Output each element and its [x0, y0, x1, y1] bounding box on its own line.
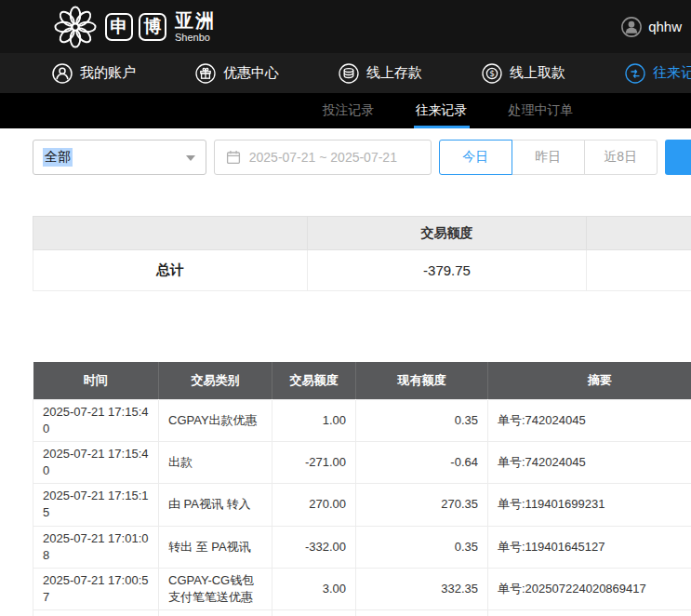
- user-icon: [52, 63, 73, 84]
- flower-logo-icon: [54, 6, 97, 48]
- table-cell: 2025-07-21 17:00:57: [33, 610, 159, 616]
- table-cell: 332.35: [356, 569, 488, 610]
- summary-total-label: 总计: [33, 250, 308, 291]
- brand-subtitle: Shenbo: [175, 33, 216, 43]
- table-cell: -0.64: [356, 441, 488, 483]
- brand-char-2: 博: [139, 13, 166, 41]
- table-cell: 0.35: [356, 399, 488, 441]
- table-cell: 300.00: [272, 610, 356, 616]
- date-range-input[interactable]: 2025-07-21 ~ 2025-07-21: [214, 140, 432, 175]
- table-cell: CGPAY支付: [159, 610, 272, 616]
- type-select-value: 全部: [43, 148, 73, 167]
- column-header-balance: 现有额度: [356, 362, 488, 399]
- table-cell: 单号:202507224020869417: [488, 569, 691, 610]
- table-cell: 0.35: [356, 526, 488, 568]
- user-avatar-icon: [621, 17, 642, 37]
- table-row: 2025-07-21 17:15:40出款-271.00-0.64单号:7420…: [33, 441, 691, 483]
- filter-row: 全部 2025-07-21 ~ 2025-07-21 今日 昨日 近8日: [33, 140, 691, 175]
- table-cell: -332.00: [272, 526, 356, 568]
- nav-item-transaction-records[interactable]: 往来记录: [625, 63, 691, 84]
- table-cell: 270.00: [272, 484, 356, 526]
- deposit-icon: [339, 63, 359, 84]
- table-cell: -271.00: [272, 441, 356, 483]
- username: qhhw: [648, 19, 682, 34]
- table-cell: CGPAY-CG钱包支付笔笔送优惠: [159, 569, 272, 610]
- today-button[interactable]: 今日: [439, 140, 512, 175]
- column-header-amount: 交易额度: [272, 362, 356, 399]
- table-cell: 270.35: [356, 484, 488, 526]
- type-select[interactable]: 全部: [33, 140, 206, 175]
- table-cell: 单号:202507224020869417: [488, 610, 691, 616]
- calendar-icon: [226, 150, 241, 165]
- table-cell: 2025-07-21 17:15:40: [33, 441, 159, 483]
- table-cell: 单号:119401699231: [488, 484, 691, 526]
- records-table: 时间 交易类别 交易额度 现有额度 摘要 2025-07-21 17:15:40…: [33, 362, 691, 616]
- nav-item-promotions[interactable]: 优惠中心: [195, 63, 279, 84]
- table-row: 2025-07-21 17:00:57CGPAY-CG钱包支付笔笔送优惠3.00…: [33, 569, 691, 610]
- table-cell: 329.35: [356, 610, 488, 616]
- quick-date-buttons: 今日 昨日 近8日: [439, 140, 658, 175]
- table-cell: 1.00: [272, 399, 356, 441]
- summary-total-value: -379.75: [308, 250, 587, 291]
- summary-table: 交易额度 总计 -379.75: [33, 216, 691, 291]
- column-header-time: 时间: [33, 362, 159, 399]
- column-header-type: 交易类别: [159, 362, 272, 399]
- nav-item-deposit[interactable]: 线上存款: [339, 63, 422, 84]
- gift-icon: [195, 63, 216, 84]
- nav-item-my-account[interactable]: 我的账户: [52, 63, 136, 84]
- last-8-days-button[interactable]: 近8日: [584, 140, 658, 175]
- nav-item-label: 优惠中心: [223, 64, 279, 82]
- table-cell: 由 PA视讯 转入: [159, 484, 272, 526]
- nav-item-label: 我的账户: [80, 64, 136, 82]
- column-header-summary: 摘要: [488, 362, 691, 399]
- table-row: 2025-07-21 17:15:15由 PA视讯 转入270.00270.35…: [33, 484, 691, 526]
- summary-total-row: 总计 -379.75: [33, 250, 691, 291]
- summary-header-empty: [33, 217, 308, 250]
- summary-header-empty: [587, 217, 691, 250]
- date-range-value: 2025-07-21 ~ 2025-07-21: [249, 150, 397, 165]
- summary-empty-cell: [587, 250, 691, 291]
- nav-item-label: 往来记录: [653, 64, 691, 82]
- withdraw-icon: $: [482, 63, 502, 84]
- summary-header-amount: 交易额度: [308, 217, 587, 250]
- nav-item-label: 线上取款: [510, 64, 565, 82]
- nav-item-withdraw[interactable]: $ 线上取款: [482, 63, 565, 84]
- tab-betting-records[interactable]: 投注记录: [321, 102, 377, 128]
- main-nav: 我的账户 优惠中心 线上存款: [0, 53, 691, 93]
- table-row: 2025-07-21 17:01:08转出 至 PA视讯-332.000.35单…: [33, 526, 691, 568]
- tab-transaction-records[interactable]: 往来记录: [414, 102, 470, 128]
- table-row: 2025-07-21 17:00:57CGPAY支付300.00329.35单号…: [33, 610, 691, 616]
- brand-region: 亚洲 Shenbo: [175, 11, 216, 43]
- table-cell: CGPAY出款优惠: [159, 399, 272, 441]
- nav-item-label: 线上存款: [366, 64, 422, 82]
- chevron-down-icon: [186, 155, 195, 161]
- tab-processing-orders[interactable]: 处理中订单: [507, 102, 576, 128]
- table-cell: 2025-07-21 17:15:40: [33, 399, 159, 441]
- table-cell: 3.00: [272, 569, 356, 610]
- summary-header-row: 交易额度: [33, 217, 691, 250]
- table-cell: 转出 至 PA视讯: [159, 526, 272, 568]
- table-cell: 2025-07-21 17:01:08: [33, 526, 159, 568]
- table-cell: 单号:119401645127: [488, 526, 691, 568]
- account-menu[interactable]: qhhw: [621, 17, 682, 37]
- brand-char-1: 申: [105, 13, 133, 41]
- table-row: 2025-07-21 17:15:40CGPAY出款优惠1.000.35单号:7…: [33, 399, 691, 441]
- records-table-body: 2025-07-21 17:15:40CGPAY出款优惠1.000.35单号:7…: [33, 399, 691, 616]
- top-header: 申 博 亚洲 Shenbo qhhw: [0, 0, 691, 53]
- table-cell: 出款: [159, 441, 272, 483]
- sub-nav: 投注记录 往来记录 处理中订单: [0, 93, 691, 128]
- table-cell: 2025-07-21 17:00:57: [33, 569, 159, 610]
- brand-region-cn: 亚洲: [175, 11, 216, 30]
- records-icon: [625, 63, 645, 84]
- brand-logo: 申 博: [105, 13, 166, 41]
- table-cell: 2025-07-21 17:15:15: [33, 484, 159, 526]
- yesterday-button[interactable]: 昨日: [512, 140, 585, 175]
- table-cell: 单号:742024045: [488, 399, 691, 441]
- svg-text:$: $: [489, 69, 495, 78]
- table-cell: 单号:742024045: [488, 441, 691, 483]
- records-header-row: 时间 交易类别 交易额度 现有额度 摘要: [33, 362, 691, 399]
- search-button-partial[interactable]: [665, 140, 691, 175]
